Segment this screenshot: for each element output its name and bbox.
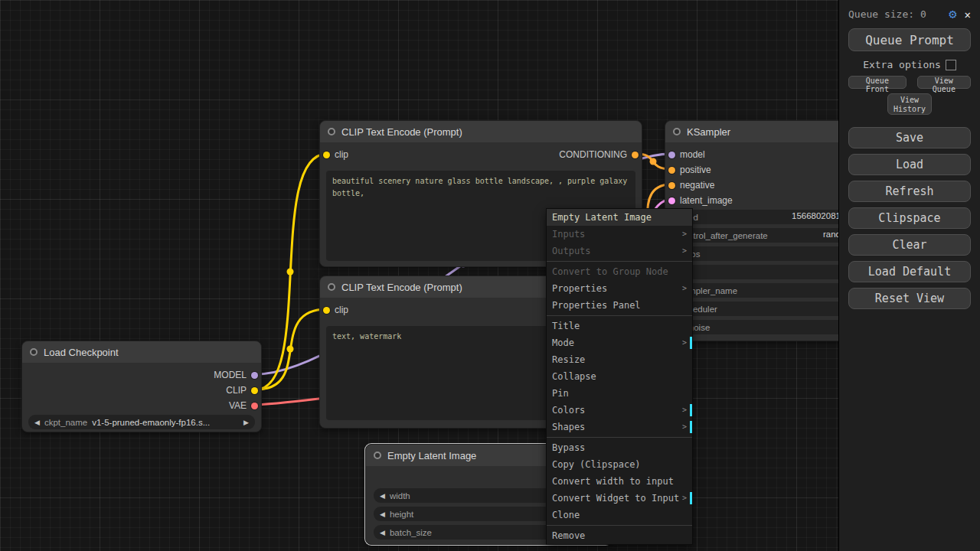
- menu-item-collapse[interactable]: Collapse: [547, 368, 692, 385]
- menu-item-properties-panel[interactable]: Properties Panel: [547, 297, 692, 314]
- widget-value: 15668020815: [792, 211, 845, 220]
- refresh-button[interactable]: Refresh: [848, 181, 971, 202]
- output-slot-model: MODEL: [214, 369, 258, 381]
- queue-front-button[interactable]: Queue Front: [848, 76, 906, 89]
- collapse-dot[interactable]: [30, 348, 38, 356]
- load-button[interactable]: Load: [848, 154, 971, 175]
- submenu-arrow-icon: >: [682, 402, 687, 419]
- load-default-button[interactable]: Load Default: [848, 261, 971, 282]
- close-icon[interactable]: ✕: [965, 9, 971, 20]
- conditioning-slot-dot[interactable]: [668, 167, 675, 174]
- increment-arrow-icon[interactable]: ▶: [243, 419, 249, 426]
- widget-label: batch_size: [390, 528, 432, 537]
- slot-label: CONDITIONING: [559, 149, 627, 160]
- input-slot-clip: clip: [323, 148, 348, 161]
- decrement-arrow-icon[interactable]: ◀: [380, 510, 385, 518]
- decrement-arrow-icon[interactable]: ◀: [380, 492, 385, 500]
- menu-item-properties[interactable]: Properties >: [547, 280, 692, 297]
- slot-label: latent_image: [680, 195, 733, 206]
- conditioning-slot-dot[interactable]: [632, 152, 639, 158]
- menu-item-label: Collapse: [552, 368, 596, 385]
- collapse-dot[interactable]: [328, 128, 335, 135]
- clip-slot-dot[interactable]: [323, 152, 330, 158]
- decrement-arrow-icon[interactable]: ◀: [34, 419, 40, 426]
- menu-item-label: Convert to Group Node: [552, 263, 668, 280]
- clip-slot-dot[interactable]: [251, 387, 258, 394]
- node-context-menu: Empty Latent Image Inputs > Outputs > Co…: [546, 208, 693, 545]
- widget-label: height: [390, 510, 413, 519]
- input-slot-positive: positive: [668, 164, 711, 176]
- collapse-dot[interactable]: [328, 283, 335, 291]
- menu-item-label: Remove: [552, 527, 585, 544]
- model-slot-dot[interactable]: [251, 372, 258, 379]
- queue-prompt-button[interactable]: Queue Prompt: [848, 28, 971, 51]
- extra-options-checkbox[interactable]: [946, 60, 956, 70]
- menu-item-label: Title: [552, 318, 580, 334]
- slot-label: negative: [680, 180, 714, 191]
- output-slot-clip: CLIP: [226, 384, 258, 396]
- menu-item-shapes[interactable]: Shapes >: [547, 419, 692, 435]
- clear-button[interactable]: Clear: [848, 234, 971, 256]
- context-menu-title: Empty Latent Image: [547, 209, 692, 226]
- extra-options-row: Extra options: [848, 59, 971, 70]
- submenu-arrow-icon: >: [682, 419, 687, 435]
- menu-item-colors[interactable]: Colors >: [547, 402, 692, 419]
- menu-item-convert-widget-to-input[interactable]: Convert Widget to Input >: [547, 490, 692, 507]
- clip-slot-dot[interactable]: [323, 307, 330, 314]
- queue-size-label: Queue size: 0: [848, 8, 926, 20]
- node-title-bar[interactable]: Load Checkpoint: [22, 341, 261, 363]
- input-slot-model: model: [668, 148, 705, 161]
- node-load-checkpoint[interactable]: Load Checkpoint MODEL CLIP VAE ◀ ckpt_na…: [21, 341, 262, 432]
- menu-item-label: Pin: [552, 385, 569, 402]
- menu-item-remove[interactable]: Remove: [547, 527, 692, 544]
- menu-item-label: Convert width to input: [552, 473, 674, 490]
- slot-label: clip: [335, 149, 348, 160]
- menu-item-convert-width-to-input[interactable]: Convert width to input: [547, 473, 692, 490]
- menu-item-inputs[interactable]: Inputs >: [547, 226, 692, 243]
- queue-size-row: Queue size: 0 ⚙ ✕: [848, 8, 971, 21]
- reset-view-button[interactable]: Reset View: [848, 288, 971, 309]
- submenu-arrow-icon: >: [682, 334, 687, 351]
- menu-item-title[interactable]: Title: [547, 318, 692, 334]
- menu-item-copy-clipspace[interactable]: Copy (Clipspace): [547, 456, 692, 473]
- model-slot-dot[interactable]: [668, 152, 675, 158]
- menu-item-label: Convert Widget to Input: [552, 490, 679, 507]
- queue-buttons-row: Queue Front View Queue: [848, 76, 971, 89]
- slot-label: model: [680, 149, 705, 160]
- submenu-arrow-icon: >: [682, 226, 687, 243]
- node-title: CLIP Text Encode (Prompt): [341, 126, 462, 138]
- output-slot-vae: VAE: [229, 399, 258, 412]
- node-title: Empty Latent Image: [387, 450, 476, 461]
- menu-item-resize[interactable]: Resize: [547, 351, 692, 368]
- vae-slot-dot[interactable]: [251, 403, 258, 409]
- clipspace-button[interactable]: Clipspace: [848, 207, 971, 229]
- widget-value: v1-5-pruned-emaonly-fp16.s...: [92, 418, 210, 427]
- menu-item-pin[interactable]: Pin: [547, 385, 692, 402]
- collapse-dot[interactable]: [673, 128, 681, 135]
- slot-label: positive: [680, 165, 711, 175]
- submenu-arrow-icon: >: [682, 243, 687, 259]
- ckpt-name-widget[interactable]: ◀ ckpt_name v1-5-pruned-emaonly-fp16.s..…: [28, 415, 255, 429]
- latent-slot-dot[interactable]: [668, 197, 675, 204]
- widget-label: width: [390, 491, 410, 500]
- menu-item-clone[interactable]: Clone: [547, 507, 692, 523]
- input-slot-clip: clip: [323, 304, 348, 316]
- menu-item-outputs[interactable]: Outputs >: [547, 243, 692, 259]
- menu-item-bypass[interactable]: Bypass: [547, 439, 692, 456]
- menu-item-label: Properties Panel: [552, 297, 641, 314]
- menu-item-convert-to-group-node[interactable]: Convert to Group Node: [547, 263, 692, 280]
- view-history-button[interactable]: View History: [887, 93, 932, 115]
- menu-separator: [547, 315, 692, 316]
- settings-gear-icon[interactable]: ⚙: [949, 8, 956, 21]
- decrement-arrow-icon[interactable]: ◀: [380, 529, 385, 536]
- node-title-bar[interactable]: CLIP Text Encode (Prompt): [320, 121, 642, 142]
- collapse-dot[interactable]: [374, 452, 381, 459]
- input-slot-latent-image: latent_image: [668, 194, 733, 207]
- conditioning-slot-dot[interactable]: [668, 182, 675, 189]
- view-queue-button[interactable]: View Queue: [917, 76, 971, 89]
- menu-item-mode[interactable]: Mode >: [547, 334, 692, 351]
- menu-separator: [547, 261, 692, 262]
- widget-label: ckpt_name: [44, 418, 87, 427]
- save-button[interactable]: Save: [848, 127, 971, 148]
- menu-separator: [547, 437, 692, 438]
